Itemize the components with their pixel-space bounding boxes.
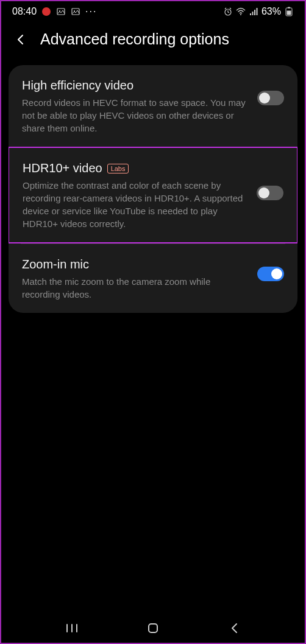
toggle-hdr10[interactable] (257, 186, 283, 200)
setting-description: Record videos in HEVC format to save spa… (22, 96, 250, 135)
setting-high-efficiency-video[interactable]: High efficiency video Record videos in H… (9, 65, 297, 147)
setting-zoom-in-mic[interactable]: Zoom-in mic Match the mic zoom to the ca… (9, 244, 297, 313)
svg-rect-9 (254, 10, 255, 15)
setting-title: Zoom-in mic (22, 257, 250, 271)
svg-rect-12 (288, 7, 290, 9)
setting-content: HDR10+ video Labs Optimize the contrast … (23, 161, 257, 230)
svg-rect-10 (256, 8, 257, 15)
svg-rect-7 (250, 13, 251, 15)
setting-description: Match the mic zoom to the camera zoom wh… (22, 275, 250, 301)
settings-panel: High efficiency video Record videos in H… (9, 65, 297, 313)
picture-icon-2 (71, 7, 80, 16)
svg-rect-8 (252, 12, 253, 15)
status-right: 63% (223, 6, 294, 17)
svg-point-0 (42, 7, 51, 16)
setting-hdr10-video[interactable]: HDR10+ video Labs Optimize the contrast … (9, 147, 297, 243)
app-icon-1 (41, 7, 51, 16)
more-icon: ··· (85, 6, 97, 17)
battery-text: 63% (262, 6, 281, 17)
status-bar: 08:40 ··· 63% (1, 1, 305, 19)
setting-content: Zoom-in mic Match the mic zoom to the ca… (22, 257, 257, 301)
status-left: 08:40 ··· (12, 6, 97, 17)
svg-rect-17 (149, 624, 157, 632)
signal-icon (249, 7, 258, 16)
setting-description: Optimize the contrast and color of each … (23, 179, 249, 230)
back-button[interactable] (13, 32, 28, 47)
nav-back[interactable] (226, 620, 243, 637)
setting-title: HDR10+ video Labs (23, 161, 249, 175)
nav-recents[interactable] (63, 620, 80, 637)
setting-title: High efficiency video (22, 79, 250, 93)
setting-content: High efficiency video Record videos in H… (22, 79, 257, 135)
header: Advanced recording options (1, 19, 305, 60)
svg-rect-13 (287, 11, 291, 15)
alarm-icon (223, 7, 233, 16)
picture-icon (56, 7, 66, 16)
toggle-high-efficiency[interactable] (257, 91, 284, 105)
wifi-icon (236, 7, 246, 16)
nav-home[interactable] (144, 620, 162, 637)
labs-badge: Labs (107, 164, 129, 173)
page-title: Advanced recording options (40, 30, 229, 48)
status-time: 08:40 (12, 6, 37, 17)
svg-point-6 (240, 14, 241, 15)
battery-icon (284, 7, 294, 16)
toggle-zoom-mic[interactable] (257, 267, 284, 281)
nav-bar (1, 614, 305, 643)
